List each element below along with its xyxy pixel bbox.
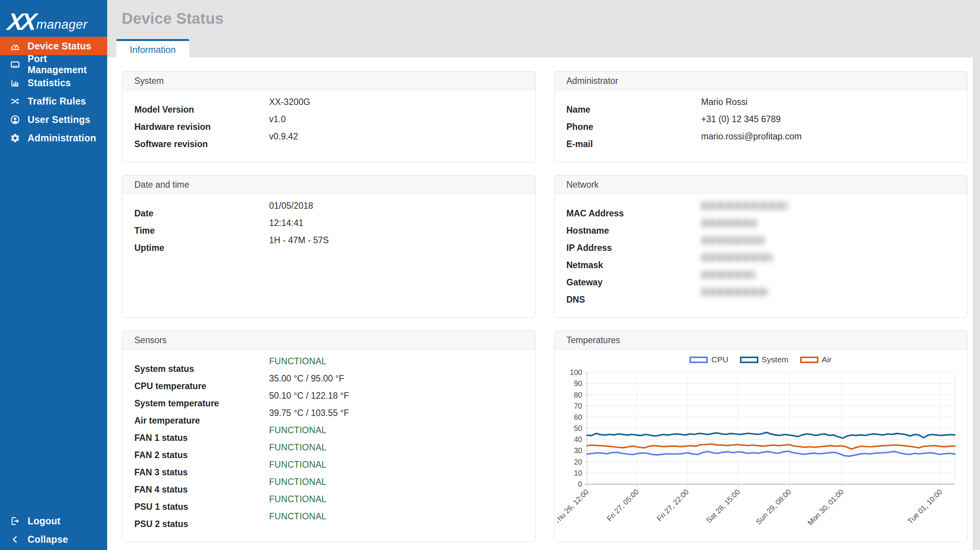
datetime-row-time: Time12:14:41 <box>134 222 526 239</box>
redacted-value <box>701 202 787 210</box>
svg-text:80: 80 <box>574 391 582 399</box>
row-label: Gateway <box>567 274 701 291</box>
row-label: CPU temperature <box>134 378 269 395</box>
card-network: NetworkMAC AddressHostnameIP AddressNetm… <box>554 175 968 318</box>
legend-air-swatch <box>800 357 818 363</box>
card-network-title: Network <box>554 175 967 194</box>
row-label: E-mail <box>567 136 701 153</box>
svg-text:70: 70 <box>574 402 582 410</box>
row-value: mario.rossi@profitap.com <box>701 128 802 145</box>
card-system-title: System <box>122 72 535 90</box>
sidebar-item-statistics[interactable]: Statistics <box>0 74 107 92</box>
row-value: +31 (0) 12 345 6789 <box>701 111 781 128</box>
series-line-system <box>587 432 955 438</box>
card-datetime-body: Date01/05/2018Time12:14:41Uptime1H - 47M… <box>122 194 535 266</box>
redacted-value <box>701 271 755 279</box>
card-temperatures-body: CPUSystemAir0102030405060708090100Thu 26… <box>554 350 967 539</box>
sensors-row-fan-3-status: FAN 3 statusFUNCTIONAL <box>134 464 526 481</box>
card-datetime: Date and timeDate01/05/2018Time12:14:41U… <box>122 175 536 318</box>
row-label: Hostname <box>567 222 701 239</box>
sidebar-item-label: Traffic Rules <box>28 96 86 107</box>
legend-label: System <box>762 355 789 364</box>
user-icon <box>10 115 20 125</box>
row-label: Hardware revision <box>134 118 269 136</box>
svg-text:Sun 29, 08:00: Sun 29, 08:00 <box>754 488 792 526</box>
card-network-body: MAC AddressHostnameIP AddressNetmaskGate… <box>554 194 967 318</box>
card-administrator: AdministratorNameMario RossiPhone+31 (0)… <box>554 71 968 162</box>
sidebar-item-administration[interactable]: Administration <box>0 129 107 147</box>
row-value: v1.0 <box>269 111 286 128</box>
sidebar-item-user-settings[interactable]: User Settings <box>0 110 107 129</box>
sidebar-item-port-management[interactable]: Port Management <box>0 55 107 74</box>
redacted-value <box>701 236 764 244</box>
row-label: Time <box>134 222 269 239</box>
sensors-row-fan-2-status: FAN 2 statusFUNCTIONAL <box>134 447 526 464</box>
card-temperatures-title: Temperatures <box>554 331 967 350</box>
system-row-model-version: Model VersionXX-3200G <box>134 101 526 118</box>
svg-text:40: 40 <box>574 435 582 444</box>
row-value: 1H - 47M - 57S <box>269 232 329 249</box>
sidebar-item-logout[interactable]: Logout <box>0 512 107 530</box>
topbar: Device Status Information <box>107 0 980 57</box>
redacted-value <box>701 219 757 227</box>
row-value: XX-3200G <box>269 93 310 111</box>
row-label: MAC Address <box>567 205 701 222</box>
legend-item-system[interactable]: System <box>740 355 789 364</box>
card-system: SystemModel VersionXX-3200GHardware revi… <box>122 71 536 162</box>
row-label: Uptime <box>134 239 269 257</box>
page-title: Device Status <box>122 10 980 27</box>
logo-manager-text: manager <box>36 17 88 32</box>
card-administrator-title: Administrator <box>554 72 967 90</box>
row-value: 12:14:41 <box>269 214 304 232</box>
legend-cpu-swatch <box>689 357 708 363</box>
svg-text:Mon 30, 01:00: Mon 30, 01:00 <box>806 488 845 527</box>
row-value: v0.9.42 <box>269 128 298 145</box>
shuffle-icon <box>10 96 20 106</box>
svg-text:Fri 27, 05:00: Fri 27, 05:00 <box>605 488 640 522</box>
row-label: Phone <box>567 118 701 136</box>
row-label: Netmask <box>567 257 701 274</box>
gauge-icon <box>10 41 20 51</box>
cards-grid: SystemModel VersionXX-3200GHardware revi… <box>122 71 967 542</box>
row-label: PSU 2 status <box>134 516 269 533</box>
sidebar-item-traffic-rules[interactable]: Traffic Rules <box>0 92 107 110</box>
network-row-dns: DNS <box>567 291 958 308</box>
row-value: 50.10 °C / 122.18 °F <box>269 387 349 404</box>
card-administrator-body: NameMario RossiPhone+31 (0) 12 345 6789E… <box>554 90 967 162</box>
sidebar-bottom-nav: LogoutCollapse <box>0 512 107 548</box>
row-label: Air temperature <box>134 412 269 429</box>
sidebar-item-collapse[interactable]: Collapse <box>0 530 107 548</box>
logout-icon <box>10 516 20 526</box>
sidebar-item-device-status[interactable]: Device Status <box>0 37 107 55</box>
row-label: PSU 1 status <box>134 498 269 516</box>
sidebar-item-label: Port Management <box>28 53 107 75</box>
row-label: Software revision <box>134 136 269 153</box>
chevron-left-icon <box>10 534 20 545</box>
ethernet-port-icon <box>10 59 20 70</box>
status-value: FUNCTIONAL <box>269 456 327 473</box>
legend-item-air[interactable]: Air <box>800 355 832 364</box>
svg-text:0: 0 <box>578 480 582 488</box>
series-line-cpu <box>587 451 955 456</box>
row-label: FAN 4 status <box>134 481 269 498</box>
row-label: IP Address <box>567 239 701 257</box>
svg-text:60: 60 <box>574 413 582 421</box>
status-value: FUNCTIONAL <box>269 422 327 439</box>
network-row-mac-address: MAC Address <box>567 205 958 222</box>
sensors-row-fan-1-status: FAN 1 statusFUNCTIONAL <box>134 429 526 447</box>
legend-item-cpu[interactable]: CPU <box>689 355 728 364</box>
sensors-row-psu-2-status: PSU 2 statusFUNCTIONAL <box>134 516 526 533</box>
network-row-netmask: Netmask <box>567 257 958 274</box>
sidebar-nav: Device StatusPort ManagementStatisticsTr… <box>0 37 107 147</box>
status-value: FUNCTIONAL <box>269 353 327 370</box>
row-label: System status <box>134 360 269 378</box>
svg-text:30: 30 <box>574 447 582 455</box>
sidebar-item-label: User Settings <box>28 114 90 125</box>
tab-information[interactable]: Information <box>116 39 189 59</box>
sidebar-item-label: Statistics <box>28 77 71 88</box>
row-label: FAN 2 status <box>134 447 269 464</box>
card-system-body: Model VersionXX-3200GHardware revisionv1… <box>122 90 535 162</box>
svg-text:90: 90 <box>574 380 582 388</box>
administrator-row-e-mail: E-mailmario.rossi@profitap.com <box>567 136 958 153</box>
row-label: Model Version <box>134 101 269 118</box>
